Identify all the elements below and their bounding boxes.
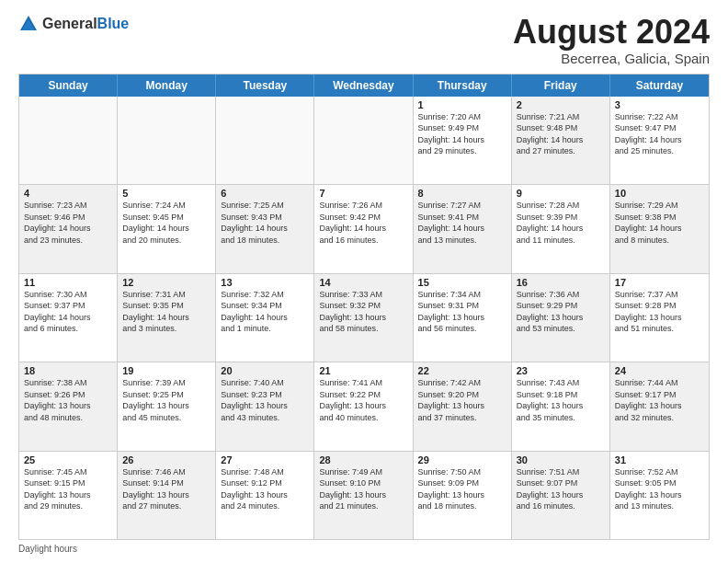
cal-row-2: 11Sunrise: 7:30 AM Sunset: 9:37 PM Dayli… [19,273,709,362]
logo-text: GeneralBlue [42,16,129,32]
day-number: 1 [418,99,506,110]
cell-info-text: Sunrise: 7:50 AM Sunset: 9:09 PM Dayligh… [418,466,506,512]
month-year-title: August 2024 [513,14,710,51]
day-number: 25 [24,454,112,465]
cell-info-text: Sunrise: 7:20 AM Sunset: 9:49 PM Dayligh… [418,111,506,157]
cal-cell-26: 26Sunrise: 7:46 AM Sunset: 9:14 PM Dayli… [118,452,216,539]
day-number: 24 [615,365,704,376]
logo: GeneralBlue [18,14,129,34]
cell-info-text: Sunrise: 7:24 AM Sunset: 9:45 PM Dayligh… [122,200,210,246]
day-number: 13 [221,277,309,288]
cal-cell-30: 30Sunrise: 7:51 AM Sunset: 9:07 PM Dayli… [512,452,610,539]
calendar: SundayMondayTuesdayWednesdayThursdayFrid… [18,74,710,540]
day-number: 3 [615,99,704,110]
day-number: 11 [24,277,112,288]
daylight-hours-label: Daylight hours [18,544,77,554]
day-number: 22 [418,365,506,376]
cal-cell-21: 21Sunrise: 7:41 AM Sunset: 9:22 PM Dayli… [314,362,413,450]
cell-info-text: Sunrise: 7:28 AM Sunset: 9:39 PM Dayligh… [517,200,605,246]
cell-info-text: Sunrise: 7:34 AM Sunset: 9:31 PM Dayligh… [418,289,506,335]
cal-cell-12: 12Sunrise: 7:31 AM Sunset: 9:35 PM Dayli… [118,274,216,362]
day-number: 6 [221,188,309,199]
day-number: 30 [517,454,605,465]
cell-info-text: Sunrise: 7:26 AM Sunset: 9:42 PM Dayligh… [319,200,407,246]
cell-info-text: Sunrise: 7:42 AM Sunset: 9:20 PM Dayligh… [418,377,506,423]
day-number: 16 [517,277,605,288]
cell-info-text: Sunrise: 7:37 AM Sunset: 9:28 PM Dayligh… [615,289,704,335]
day-number: 12 [122,277,210,288]
cal-cell-29: 29Sunrise: 7:50 AM Sunset: 9:09 PM Dayli… [414,452,512,539]
day-number: 9 [517,188,605,199]
day-number: 5 [122,188,210,199]
cal-cell-25: 25Sunrise: 7:45 AM Sunset: 9:15 PM Dayli… [19,452,118,539]
cal-cell-18: 18Sunrise: 7:38 AM Sunset: 9:26 PM Dayli… [19,362,118,450]
day-number: 4 [24,188,112,199]
cal-cell-2: 2Sunrise: 7:21 AM Sunset: 9:48 PM Daylig… [512,97,610,184]
cell-info-text: Sunrise: 7:49 AM Sunset: 9:10 PM Dayligh… [319,466,407,512]
cal-cell-5: 5Sunrise: 7:24 AM Sunset: 9:45 PM Daylig… [118,185,216,272]
calendar-header-row: SundayMondayTuesdayWednesdayThursdayFrid… [19,75,709,97]
cal-cell-17: 17Sunrise: 7:37 AM Sunset: 9:28 PM Dayli… [610,274,709,362]
day-number: 28 [319,454,407,465]
cell-info-text: Sunrise: 7:32 AM Sunset: 9:34 PM Dayligh… [221,289,309,335]
cal-cell-14: 14Sunrise: 7:33 AM Sunset: 9:32 PM Dayli… [314,274,413,362]
cal-cell-19: 19Sunrise: 7:39 AM Sunset: 9:25 PM Dayli… [118,362,216,450]
day-number: 26 [122,454,210,465]
logo-blue: Blue [97,16,130,31]
day-number: 14 [319,277,407,288]
day-number: 23 [517,365,605,376]
cell-info-text: Sunrise: 7:51 AM Sunset: 9:07 PM Dayligh… [517,466,605,512]
day-number: 20 [221,365,309,376]
cell-info-text: Sunrise: 7:52 AM Sunset: 9:05 PM Dayligh… [615,466,704,512]
cal-row-4: 25Sunrise: 7:45 AM Sunset: 9:15 PM Dayli… [19,451,709,539]
cell-info-text: Sunrise: 7:48 AM Sunset: 9:12 PM Dayligh… [221,466,309,512]
cal-header-wednesday: Wednesday [314,75,413,97]
cal-cell-27: 27Sunrise: 7:48 AM Sunset: 9:12 PM Dayli… [216,452,314,539]
cell-info-text: Sunrise: 7:46 AM Sunset: 9:14 PM Dayligh… [122,466,210,512]
header: GeneralBlue August 2024 Becerrea, Galici… [18,14,710,66]
cell-info-text: Sunrise: 7:22 AM Sunset: 9:47 PM Dayligh… [615,111,704,157]
cal-cell-9: 9Sunrise: 7:28 AM Sunset: 9:39 PM Daylig… [512,185,610,272]
cal-cell-empty-0-1 [118,97,216,184]
day-number: 8 [418,188,506,199]
cell-info-text: Sunrise: 7:29 AM Sunset: 9:38 PM Dayligh… [615,200,704,246]
cal-cell-24: 24Sunrise: 7:44 AM Sunset: 9:17 PM Dayli… [610,362,709,450]
day-number: 21 [319,365,407,376]
cell-info-text: Sunrise: 7:30 AM Sunset: 9:37 PM Dayligh… [24,289,112,335]
cell-info-text: Sunrise: 7:33 AM Sunset: 9:32 PM Dayligh… [319,289,407,335]
cal-cell-28: 28Sunrise: 7:49 AM Sunset: 9:10 PM Dayli… [314,452,413,539]
cal-cell-16: 16Sunrise: 7:36 AM Sunset: 9:29 PM Dayli… [512,274,610,362]
cal-row-0: 1Sunrise: 7:20 AM Sunset: 9:49 PM Daylig… [19,97,709,184]
cal-cell-empty-0-2 [216,97,314,184]
day-number: 27 [221,454,309,465]
day-number: 31 [615,454,704,465]
cal-header-thursday: Thursday [414,75,512,97]
day-number: 15 [418,277,506,288]
cell-info-text: Sunrise: 7:43 AM Sunset: 9:18 PM Dayligh… [517,377,605,423]
cal-cell-6: 6Sunrise: 7:25 AM Sunset: 9:43 PM Daylig… [216,185,314,272]
day-number: 2 [517,99,605,110]
cal-cell-1: 1Sunrise: 7:20 AM Sunset: 9:49 PM Daylig… [414,97,512,184]
cal-cell-11: 11Sunrise: 7:30 AM Sunset: 9:37 PM Dayli… [19,274,118,362]
logo-general: General [42,16,97,31]
cal-header-tuesday: Tuesday [216,75,314,97]
cell-info-text: Sunrise: 7:44 AM Sunset: 9:17 PM Dayligh… [615,377,704,423]
cell-info-text: Sunrise: 7:23 AM Sunset: 9:46 PM Dayligh… [24,200,112,246]
cal-cell-15: 15Sunrise: 7:34 AM Sunset: 9:31 PM Dayli… [414,274,512,362]
cal-cell-3: 3Sunrise: 7:22 AM Sunset: 9:47 PM Daylig… [610,97,709,184]
day-number: 29 [418,454,506,465]
day-number: 19 [122,365,210,376]
title-area: August 2024 Becerrea, Galicia, Spain [513,14,710,66]
cal-cell-13: 13Sunrise: 7:32 AM Sunset: 9:34 PM Dayli… [216,274,314,362]
day-number: 7 [319,188,407,199]
calendar-body: 1Sunrise: 7:20 AM Sunset: 9:49 PM Daylig… [19,97,709,539]
cal-cell-7: 7Sunrise: 7:26 AM Sunset: 9:42 PM Daylig… [314,185,413,272]
cell-info-text: Sunrise: 7:45 AM Sunset: 9:15 PM Dayligh… [24,466,112,512]
cal-cell-empty-0-3 [314,97,413,184]
cal-header-friday: Friday [512,75,610,97]
cell-info-text: Sunrise: 7:21 AM Sunset: 9:48 PM Dayligh… [517,111,605,157]
location-label: Becerrea, Galicia, Spain [513,51,710,66]
cell-info-text: Sunrise: 7:31 AM Sunset: 9:35 PM Dayligh… [122,289,210,335]
cal-cell-20: 20Sunrise: 7:40 AM Sunset: 9:23 PM Dayli… [216,362,314,450]
cell-info-text: Sunrise: 7:36 AM Sunset: 9:29 PM Dayligh… [517,289,605,335]
